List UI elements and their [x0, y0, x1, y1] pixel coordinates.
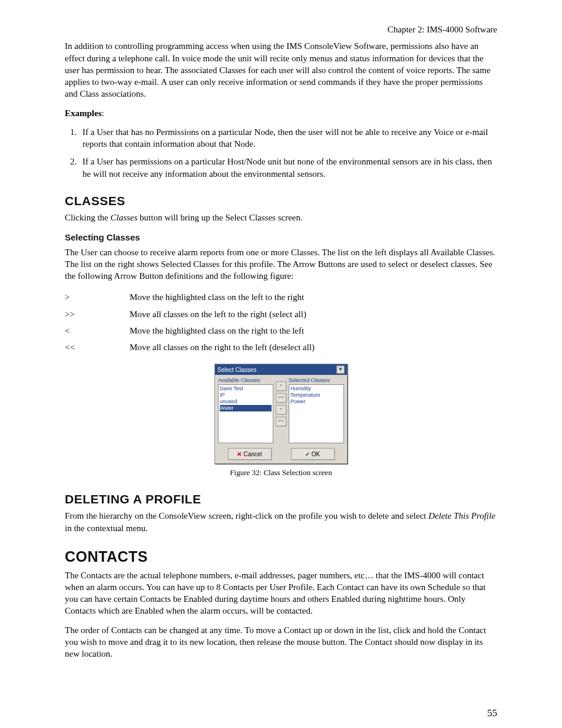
intro-paragraph: In addition to controlling programming a…: [65, 40, 497, 100]
figure-caption: Figure 32: Class Selection screen: [65, 467, 497, 478]
contacts-heading: Contacts: [65, 547, 497, 567]
arrow-symbol: <: [65, 322, 130, 339]
list-item[interactable]: Temperature: [290, 392, 342, 398]
arrow-desc: Move the highlighted class on the right …: [130, 322, 315, 339]
deleting-profile-paragraph: From the hierarchy on the ConsoleView sc…: [65, 510, 497, 534]
contacts-paragraph-2: The order of Contacts can be changed at …: [65, 624, 497, 660]
arrow-desc: Move the highlighted class on the left t…: [130, 289, 315, 305]
page-number: 55: [65, 707, 497, 720]
example-item: If a User has permissions on a particula…: [79, 156, 497, 180]
figure-32: Select Classes × Available Classes: Dave…: [65, 364, 497, 478]
arrow-symbol: <<: [65, 339, 130, 355]
select-classes-dialog: Select Classes × Available Classes: Dave…: [214, 364, 348, 464]
examples-label: Examples:: [65, 107, 497, 119]
contacts-paragraph-1: The Contacts are the actual telephone nu…: [65, 569, 497, 617]
list-item[interactable]: IP: [220, 392, 272, 398]
cancel-label: Cancel: [243, 450, 262, 459]
text: button will bring up the Select Classes …: [137, 213, 302, 222]
selecting-classes-heading: Selecting Classes: [65, 232, 497, 243]
ok-button[interactable]: ✓ OK: [291, 448, 335, 460]
arrow-desc: Move all classes on the right to the lef…: [130, 339, 315, 355]
ok-label: OK: [312, 450, 320, 459]
available-classes-label: Available Classes:: [218, 377, 273, 384]
list-item[interactable]: Power: [290, 398, 342, 405]
arrow-definitions-table: > Move the highlighted class on the left…: [65, 289, 315, 355]
add-button[interactable]: >: [276, 381, 286, 391]
check-icon: ✓: [305, 450, 310, 459]
list-item[interactable]: Dave Test: [220, 386, 272, 392]
table-row: >> Move all classes on the left to the r…: [65, 306, 315, 322]
deleting-profile-heading: Deleting a Profile: [65, 491, 497, 508]
arrow-symbol: >>: [65, 306, 130, 322]
dialog-title-text: Select Classes: [217, 366, 256, 374]
list-item[interactable]: unused: [220, 398, 272, 405]
example-item: If a User that has no Permissions on a p…: [79, 126, 497, 150]
selecting-classes-paragraph: The User can choose to receive alarm rep…: [65, 246, 497, 282]
cancel-button[interactable]: ✕ Cancel: [228, 448, 272, 460]
available-classes-list[interactable]: Dave Test IP unused Water: [218, 384, 273, 443]
remove-all-button[interactable]: <<: [276, 417, 286, 426]
list-item[interactable]: Humidity: [290, 386, 342, 392]
examples-list: If a User that has no Permissions on a p…: [65, 126, 497, 180]
arrow-symbol: >: [65, 289, 130, 305]
selected-classes-list[interactable]: Humidity Temperature Power: [289, 384, 344, 443]
table-row: < Move the highlighted class on the righ…: [65, 322, 315, 339]
selected-classes-label: Selected Classes:: [289, 377, 344, 384]
menu-item-ref: Delete This Profile: [428, 511, 495, 521]
add-all-button[interactable]: >>: [276, 393, 286, 403]
classes-heading: Classes: [65, 193, 497, 209]
text: From the hierarchy on the ConsoleView sc…: [65, 511, 428, 521]
remove-button[interactable]: <: [276, 405, 286, 414]
text: in the contextual menu.: [65, 523, 148, 533]
list-item[interactable]: Water: [220, 405, 272, 411]
text: Clicking the: [65, 213, 111, 222]
page-header: Chapter 2: IMS-4000 Software: [65, 24, 497, 35]
table-row: > Move the highlighted class on the left…: [65, 289, 315, 305]
x-icon: ✕: [237, 450, 242, 459]
table-row: << Move all classes on the right to the …: [65, 339, 315, 355]
examples-label-text: Examples: [65, 108, 102, 118]
arrow-desc: Move all classes on the left to the righ…: [130, 306, 315, 322]
dialog-titlebar[interactable]: Select Classes ×: [215, 364, 347, 375]
classes-button-ref: Classes: [111, 213, 138, 222]
close-icon[interactable]: ×: [336, 365, 345, 374]
classes-intro: Clicking the Classes button will bring u…: [65, 212, 497, 223]
